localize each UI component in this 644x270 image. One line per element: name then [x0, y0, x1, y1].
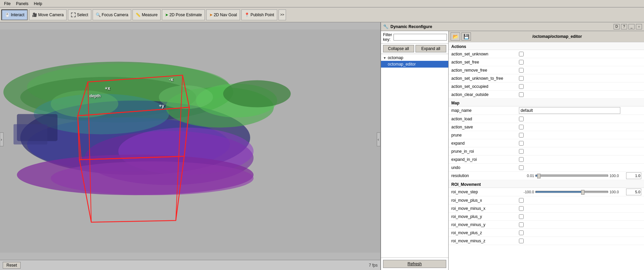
action-load-checkbox[interactable]: [519, 117, 524, 121]
roi-move-step-key: roi_move_step: [451, 190, 519, 194]
publish-point-label: Publish Point: [251, 13, 274, 17]
svg-rect-14: [14, 124, 47, 145]
expand-checkbox[interactable]: [519, 141, 524, 146]
more-button[interactable]: >>: [279, 9, 286, 20]
resolution-key: resolution: [451, 173, 519, 178]
roi-move-minus-x-checkbox[interactable]: [519, 206, 524, 211]
save-config-button[interactable]: 💾: [461, 32, 471, 41]
pose-estimate-button[interactable]: ➤ 2D Pose Estimate: [162, 9, 205, 20]
action-set-unknown-to-free-checkbox[interactable]: [519, 76, 524, 81]
action-clear-outside-checkbox[interactable]: [519, 92, 524, 97]
undo-value: [519, 165, 641, 170]
move-camera-button[interactable]: 🎥 Move Camera: [29, 9, 67, 20]
resolution-slider-track[interactable]: [535, 175, 608, 177]
prune-checkbox[interactable]: [519, 133, 524, 138]
roi-move-plus-y-row: roi_move_plus_y: [449, 213, 644, 221]
action-set-unknown-checkbox[interactable]: [519, 52, 524, 56]
publish-point-button[interactable]: 📍 Publish Point: [241, 9, 277, 20]
resolution-value-input[interactable]: [626, 172, 641, 179]
tree-group-octomap: ▼ octomap octomap_editor: [381, 54, 448, 68]
roi-move-plus-x-checkbox[interactable]: [519, 198, 524, 203]
filter-key-input[interactable]: [393, 34, 447, 41]
action-set-occupied-row: action_set_occupied: [449, 82, 644, 91]
panel-titlebar: 🔧 Dynamic Reconfigure D ? _ ○: [381, 22, 644, 31]
menu-panels[interactable]: Panels: [13, 1, 31, 7]
collapse-all-button[interactable]: Collapse all: [383, 45, 414, 52]
refresh-button[interactable]: Refresh: [383, 260, 446, 268]
action-remove-free-value: [519, 68, 641, 73]
prune-value: [519, 133, 641, 138]
expand-row: expand: [449, 139, 644, 147]
resolution-slider-thumb[interactable]: [537, 174, 541, 178]
resolution-max: 100.0: [610, 174, 625, 178]
interact-icon: 🖱️: [5, 13, 10, 17]
action-set-free-checkbox[interactable]: [519, 60, 524, 65]
actions-section-label: Actions: [449, 42, 644, 50]
action-load-row: action_load: [449, 115, 644, 123]
focus-camera-icon: 🔍: [96, 13, 101, 17]
fps-display: 7 fps: [369, 263, 378, 268]
svg-point-12: [223, 80, 291, 107]
roi-move-step-value: -100.0 100.0: [519, 189, 641, 195]
menu-help[interactable]: Help: [31, 1, 45, 7]
roi-move-plus-z-checkbox[interactable]: [519, 230, 524, 235]
action-save-checkbox[interactable]: [519, 125, 524, 129]
resolution-value: 0.01 100.0: [519, 172, 641, 179]
main-content: +x depth -x +y › ‹ Reset 7 fps 🔧 Dynamic…: [0, 22, 644, 270]
tree-group-header[interactable]: ▼ octomap: [381, 55, 448, 61]
undo-row: undo: [449, 164, 644, 172]
publish-point-icon: 📍: [244, 13, 249, 17]
roi-move-minus-y-key: roi_move_minus_y: [451, 222, 519, 227]
undo-checkbox[interactable]: [519, 165, 524, 170]
expand-all-button[interactable]: Expand all: [415, 45, 447, 52]
open-config-button[interactable]: 📂: [451, 32, 460, 41]
menu-file[interactable]: File: [1, 1, 13, 7]
d-button[interactable]: D: [614, 24, 620, 29]
expand-in-roi-row: expand_in_roi: [449, 155, 644, 164]
tree-arrow-icon: ▼: [383, 56, 386, 60]
pose-estimate-label: 2D Pose Estimate: [169, 13, 202, 17]
view-footer: Reset 7 fps: [0, 260, 380, 270]
config-toolbar: 📂 💾 /octomap/octomap_editor: [449, 31, 644, 42]
map-name-input[interactable]: [519, 107, 620, 114]
measure-button[interactable]: 📏 Measure: [133, 9, 161, 20]
roi-move-minus-y-checkbox[interactable]: [519, 222, 524, 227]
prune-in-roi-checkbox[interactable]: [519, 149, 524, 154]
action-remove-free-checkbox[interactable]: [519, 68, 524, 73]
action-set-free-value: [519, 60, 641, 65]
close-button[interactable]: ○: [636, 24, 642, 29]
resolution-row: resolution 0.01 100.0: [449, 172, 644, 180]
roi-move-plus-y-checkbox[interactable]: [519, 214, 524, 219]
svg-text:‹: ‹: [378, 137, 379, 142]
roi-move-step-slider-track[interactable]: [535, 191, 608, 193]
roi-move-plus-z-key: roi_move_plus_z: [451, 230, 519, 235]
map-name-value: [519, 107, 641, 114]
help-button[interactable]: ?: [621, 24, 627, 29]
minimize-button[interactable]: _: [628, 24, 635, 29]
roi-move-step-min: -100.0: [519, 190, 534, 194]
action-set-occupied-checkbox[interactable]: [519, 84, 524, 89]
expand-in-roi-checkbox[interactable]: [519, 157, 524, 162]
view3d[interactable]: +x depth -x +y › ‹: [0, 22, 380, 260]
action-save-key: action_save: [451, 125, 519, 129]
nav-goal-icon: ➤: [209, 13, 213, 17]
measure-label: Measure: [142, 13, 158, 17]
reset-button[interactable]: Reset: [3, 262, 21, 269]
select-button[interactable]: Select: [68, 9, 91, 20]
panel-icon: 🔧: [383, 24, 388, 29]
roi-move-step-slider-thumb[interactable]: [581, 190, 585, 195]
roi-move-minus-z-key: roi_move_minus_z: [451, 239, 519, 243]
panel-title: Dynamic Reconfigure: [390, 24, 432, 29]
roi-move-plus-x-row: roi_move_plus_x: [449, 196, 644, 204]
nav-goal-button[interactable]: ➤ 2D Nav Goal: [206, 9, 240, 20]
interact-button[interactable]: 🖱️ Interact: [1, 9, 28, 20]
roi-move-minus-z-checkbox[interactable]: [519, 239, 524, 243]
action-clear-outside-key: action_clear_outside: [451, 92, 519, 97]
roi-move-plus-z-row: roi_move_plus_z: [449, 229, 644, 237]
roi-move-plus-x-key: roi_move_plus_x: [451, 198, 519, 203]
select-label: Select: [77, 13, 88, 17]
dynamic-reconfigure-panel: 🔧 Dynamic Reconfigure D ? _ ○ Filter key…: [380, 22, 644, 270]
tree-item-octomap-editor[interactable]: octomap_editor: [381, 61, 448, 68]
roi-move-step-value-input[interactable]: [626, 189, 641, 195]
focus-camera-button[interactable]: 🔍 Focus Camera: [93, 9, 132, 20]
